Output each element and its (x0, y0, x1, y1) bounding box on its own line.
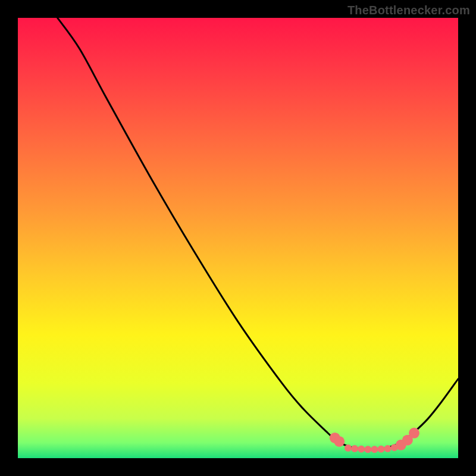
marker-point (358, 446, 365, 453)
marker-point (345, 444, 352, 452)
gradient-background (18, 18, 458, 458)
chart-frame: TheBottlenecker.com (0, 0, 476, 476)
marker-point (364, 446, 371, 453)
marker-point (409, 428, 419, 439)
marker-point (384, 445, 392, 452)
marker-point (334, 436, 345, 447)
marker-point (371, 446, 378, 453)
plot-area (18, 18, 458, 458)
chart-svg (18, 18, 458, 458)
watermark-text: TheBottlenecker.com (347, 4, 470, 17)
marker-point (378, 446, 385, 453)
marker-point (351, 445, 358, 452)
